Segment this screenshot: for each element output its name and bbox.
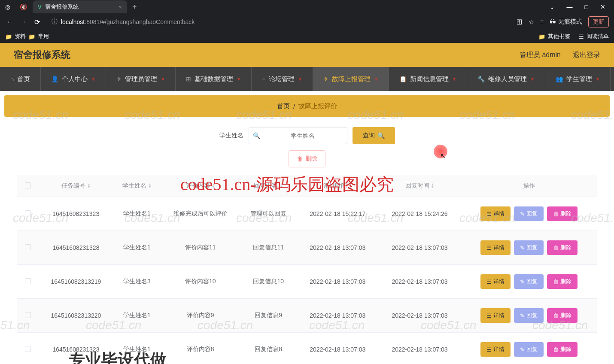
cell-etime: 2022-02-18 13:07:03 xyxy=(297,333,379,364)
reload-button[interactable]: ⟳ xyxy=(33,18,41,26)
sort-icon[interactable]: ▲▼ xyxy=(148,183,152,188)
nav-item[interactable]: ✈管理员管理▼ xyxy=(106,67,176,91)
column-header[interactable]: 学生姓名▲▼ xyxy=(113,175,161,197)
column-header[interactable]: 回复内容▲▼ xyxy=(240,175,297,197)
table-row: 164516082313219 学生姓名3 评价内容10 回复信息10 2022… xyxy=(17,265,597,299)
search-icon: 🔍 xyxy=(377,132,385,139)
star-icon[interactable]: ☆ xyxy=(529,18,534,25)
detail-button[interactable]: ☰ 详情 xyxy=(480,342,511,357)
breadcrumb-home[interactable]: 首页 xyxy=(277,102,290,110)
chevron-down-icon: ▼ xyxy=(530,77,535,82)
nav-item[interactable]: 👤个人中心▼ xyxy=(41,67,106,91)
nav-item[interactable]: ⌂首页 xyxy=(0,67,41,91)
vue-icon: V xyxy=(38,4,42,10)
query-button[interactable]: 查询 🔍 xyxy=(353,127,395,144)
detail-button[interactable]: ☰ 详情 xyxy=(480,240,511,255)
detail-button[interactable]: ☰ 详情 xyxy=(480,206,511,221)
nav-item[interactable]: 🔧维修人员管理▼ xyxy=(467,67,545,91)
sort-icon[interactable]: ▲▼ xyxy=(212,183,215,188)
nav-item[interactable]: 📋新闻信息管理▼ xyxy=(389,67,467,91)
bookmark-folder[interactable]: 📁资料 xyxy=(5,33,26,40)
back-button[interactable]: ← xyxy=(5,18,14,26)
reading-list[interactable]: ☰ 阅读清单 xyxy=(579,33,609,40)
globe-icon: ◎ xyxy=(3,3,12,10)
cell-rtime: 2022-02-18 13:07:03 xyxy=(379,333,461,364)
delete-button[interactable]: 🗑 删除 xyxy=(547,206,578,221)
menu-icon: ✈ xyxy=(116,76,122,82)
table-row: 1645160823132З 学生姓名1 维修完成后可以评价 管理可以回复 20… xyxy=(17,197,597,231)
sort-icon[interactable]: ▲▼ xyxy=(280,183,283,188)
reply-button[interactable]: ✎ 回复 xyxy=(514,274,544,289)
row-checkbox[interactable] xyxy=(25,312,31,318)
list-icon: ☰ xyxy=(486,312,492,319)
table-row: 16451608231328 学生姓名1 评价内容11 回复信息11 2022-… xyxy=(17,231,597,265)
browser-tab[interactable]: V 宿舍报修系统 × xyxy=(33,0,127,13)
reply-button[interactable]: ✎ 回复 xyxy=(514,308,544,323)
column-header[interactable]: 评价时间▲▼ xyxy=(297,175,379,197)
cell-rtime: 2022-02-18 13:07:03 xyxy=(379,265,461,299)
row-checkbox[interactable] xyxy=(25,346,31,352)
cell-id: 1645160823132З xyxy=(39,197,113,231)
column-header[interactable]: 回复时间▲▼ xyxy=(379,175,461,197)
column-header[interactable]: 任务编号▲▼ xyxy=(39,175,113,197)
folder-icon: 📁 xyxy=(28,33,35,40)
user-info: 管理员 admin xyxy=(520,51,561,60)
bookmark-folder[interactable]: 📁常用 xyxy=(28,33,49,40)
detail-button[interactable]: ☰ 详情 xyxy=(480,274,511,289)
trash-icon: 🗑 xyxy=(553,211,559,217)
batch-delete-button[interactable]: 🗑 删除 xyxy=(289,150,325,167)
edit-icon: ✎ xyxy=(520,346,525,353)
app-title: 宿舍报修系统 xyxy=(14,49,70,61)
reply-button[interactable]: ✎ 回复 xyxy=(514,240,544,255)
nav-item[interactable]: 👥学生管理▼ xyxy=(545,67,611,91)
cell-rtime: 2022-02-18 13:07:03 xyxy=(379,299,461,333)
maximize-icon[interactable]: □ xyxy=(585,3,588,10)
window-close-icon[interactable]: ✕ xyxy=(600,3,605,10)
reply-button[interactable]: ✎ 回复 xyxy=(514,206,544,221)
menu-icon: ⌂ xyxy=(10,76,14,82)
minimize-icon[interactable]: — xyxy=(567,3,573,10)
nav-item[interactable]: ✈故障上报管理▼ xyxy=(313,67,389,91)
cell-eval: 评价内容8 xyxy=(161,333,240,364)
row-checkbox[interactable] xyxy=(25,210,31,216)
select-all-checkbox[interactable] xyxy=(25,182,31,188)
sort-icon[interactable]: ▲▼ xyxy=(349,183,352,188)
sort-icon[interactable]: ▲▼ xyxy=(431,183,435,188)
close-icon[interactable]: × xyxy=(119,4,122,10)
row-checkbox[interactable] xyxy=(25,278,31,284)
extension-icon[interactable]: ≡ xyxy=(540,18,544,25)
sort-icon[interactable]: ▲▼ xyxy=(87,183,91,188)
other-bookmarks[interactable]: 📁其他书签 xyxy=(538,33,570,40)
menu-icon: 🔧 xyxy=(477,76,485,82)
delete-button[interactable]: 🗑 删除 xyxy=(547,274,578,289)
chevron-down-icon[interactable]: ⌄ xyxy=(550,3,555,10)
nav-item[interactable]: ⊞基础数据管理▼ xyxy=(176,67,252,91)
incognito-badge: 🕶 无痕模式 xyxy=(550,18,582,26)
delete-button[interactable]: 🗑 删除 xyxy=(547,308,578,323)
row-checkbox[interactable] xyxy=(25,244,31,250)
cell-etime: 2022-02-18 13:07:03 xyxy=(297,299,379,333)
cell-eval: 评价内容11 xyxy=(161,231,240,265)
menu-icon: 👥 xyxy=(556,76,563,82)
delete-button[interactable]: 🗑 删除 xyxy=(547,342,578,357)
column-header[interactable]: 评价内容▲▼ xyxy=(161,175,240,197)
search-icon: 🔍 xyxy=(253,132,260,139)
edit-icon: ✎ xyxy=(520,279,525,285)
update-button[interactable]: 更新 xyxy=(588,16,609,27)
cell-rtime: 2022-02-18 15:24:26 xyxy=(379,197,461,231)
new-tab-button[interactable]: + xyxy=(132,3,137,12)
cell-etime: 2022-02-18 13:07:03 xyxy=(297,231,379,265)
column-header[interactable]: 操作 xyxy=(461,175,597,197)
student-name-input[interactable] xyxy=(249,127,347,144)
key-icon[interactable]: ⚿ xyxy=(517,18,523,25)
nav-item[interactable]: ≡论坛管理▼ xyxy=(252,67,313,91)
delete-button[interactable]: 🗑 删除 xyxy=(547,240,578,255)
reply-button[interactable]: ✎ 回复 xyxy=(514,342,544,357)
incognito-icon: 🕶 xyxy=(550,18,556,25)
cell-name: 学生姓名1 xyxy=(113,197,161,231)
url-bar[interactable]: ⓘ localhost:8081/#/guzhangshangbaoCommen… xyxy=(46,15,511,28)
chevron-down-icon: ▼ xyxy=(452,77,456,82)
cell-reply: 回复信息10 xyxy=(240,265,297,299)
logout-link[interactable]: 退出登录 xyxy=(573,51,600,60)
detail-button[interactable]: ☰ 详情 xyxy=(480,308,511,323)
